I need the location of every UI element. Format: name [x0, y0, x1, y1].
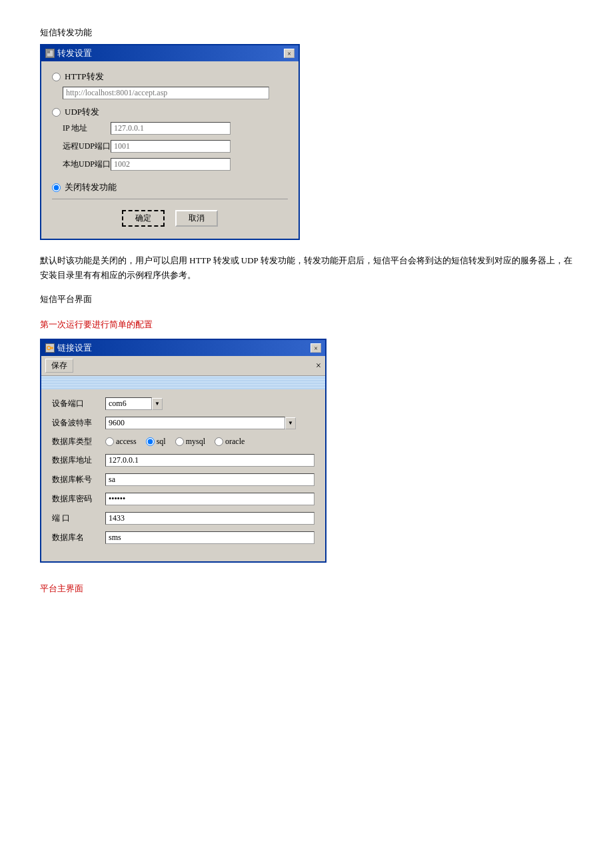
baud-rate-label: 设备波特率 — [52, 417, 105, 429]
section2-title: 短信平台界面 — [40, 293, 573, 305]
db-option-oracle: oracle — [215, 437, 245, 447]
radio-oracle[interactable] — [215, 437, 223, 446]
svg-rect-1 — [47, 51, 50, 53]
db-account-label: 数据库帐号 — [52, 474, 105, 485]
db-type-label: 数据库类型 — [52, 436, 105, 447]
radio-udp-label: UDP转发 — [65, 106, 99, 118]
confirm-button[interactable]: 确定 — [122, 210, 165, 227]
port-row: 端 口 — [52, 512, 314, 525]
db-option-mysql: mysql — [175, 437, 205, 447]
db-password-input[interactable] — [105, 493, 314, 505]
db-name-row: 数据库名 — [52, 531, 314, 544]
radio-close-label: 关闭转发功能 — [65, 181, 117, 193]
platform-main-link[interactable]: 平台主界面 — [40, 583, 83, 593]
local-port-label: 本地UDP端口 — [63, 159, 111, 170]
db-address-row: 数据库地址 — [52, 454, 314, 467]
db-account-input[interactable] — [105, 473, 314, 486]
db-type-options: access sql mysql oracle — [105, 437, 245, 447]
window-connection-settings: 链接设置 × 保存 × 设备端口 com6 ▼ 设备波特率 9600 ▼ 数据 — [40, 339, 326, 563]
save-button[interactable]: 保存 — [45, 359, 73, 373]
remote-port-row: 远程UDP端口 — [63, 140, 288, 153]
db-option-sql: sql — [146, 437, 166, 447]
db-password-row: 数据库密码 — [52, 493, 314, 505]
remote-port-input[interactable] — [111, 140, 231, 153]
radio-access[interactable] — [105, 437, 114, 446]
device-port-value: com6 — [105, 397, 152, 410]
ip-input[interactable] — [111, 122, 231, 135]
baud-rate-dropdown-arrow[interactable]: ▼ — [285, 417, 296, 429]
db-address-input[interactable] — [105, 454, 314, 467]
radio-mysql[interactable] — [175, 437, 184, 446]
window1-close-button[interactable]: × — [284, 49, 295, 58]
window2-icon — [45, 343, 55, 353]
device-port-label: 设备端口 — [52, 398, 105, 409]
radio-udp[interactable] — [52, 108, 61, 117]
window2-toolbar: 保存 × — [41, 356, 325, 376]
label-oracle: oracle — [225, 437, 245, 447]
window2-title: 链接设置 — [57, 342, 92, 354]
radio-http-label: HTTP转发 — [65, 71, 104, 83]
http-forward-row: HTTP转发 — [52, 71, 288, 83]
close-forward-row: 关闭转发功能 — [52, 181, 288, 193]
local-port-row: 本地UDP端口 — [63, 158, 288, 171]
db-name-label: 数据库名 — [52, 532, 105, 543]
ip-row: IP 地址 — [63, 122, 288, 135]
local-port-input[interactable] — [111, 158, 231, 171]
window1-title: 转发设置 — [57, 47, 92, 59]
db-address-label: 数据库地址 — [52, 455, 105, 466]
db-option-access: access — [105, 437, 137, 447]
ip-label: IP 地址 — [63, 123, 111, 134]
db-password-label: 数据库密码 — [52, 493, 105, 505]
remote-port-label: 远程UDP端口 — [63, 141, 111, 152]
window2-titlebar: 链接设置 × — [41, 340, 325, 356]
baud-rate-row: 设备波特率 9600 ▼ — [52, 417, 314, 429]
port-input[interactable] — [105, 512, 314, 525]
device-port-dropdown-arrow[interactable]: ▼ — [152, 398, 163, 410]
port-label: 端 口 — [52, 513, 105, 524]
label-sql: sql — [157, 437, 166, 447]
window1-titlebar: 转发设置 × — [41, 45, 299, 61]
striped-decoration — [41, 376, 325, 389]
window2-close-button[interactable]: × — [310, 343, 321, 353]
first-run-link[interactable]: 第一次运行要进行简单的配置 — [40, 319, 153, 329]
svg-point-2 — [47, 347, 51, 350]
baud-select-wrapper: 9600 ▼ — [105, 417, 296, 429]
radio-close-forward[interactable] — [52, 183, 61, 192]
cancel-button[interactable]: 取消 — [175, 210, 218, 227]
button-row-1: 确定 取消 — [52, 205, 288, 229]
toolbar-close-icon[interactable]: × — [316, 361, 321, 371]
radio-sql[interactable] — [146, 437, 155, 446]
description-text: 默认时该功能是关闭的，用户可以启用 HTTP 转发或 UDP 转发功能，转发功能… — [40, 253, 573, 283]
label-access: access — [116, 437, 137, 447]
label-mysql: mysql — [186, 437, 205, 447]
db-name-input[interactable] — [105, 531, 314, 544]
db-account-row: 数据库帐号 — [52, 473, 314, 486]
baud-rate-value: 9600 — [105, 417, 285, 429]
http-url-input[interactable] — [63, 87, 269, 99]
device-port-row: 设备端口 com6 ▼ — [52, 397, 314, 410]
device-port-select-wrapper: com6 ▼ — [105, 397, 163, 410]
divider1 — [52, 199, 288, 199]
radio-http[interactable] — [52, 73, 61, 81]
window-forward-settings: 转发设置 × HTTP转发 UDP转发 IP 地址 远程UDP端口 本地UDP端… — [40, 44, 300, 240]
window1-icon — [45, 49, 55, 58]
section1-title: 短信转发功能 — [40, 27, 573, 39]
db-type-row: 数据库类型 access sql mysql oracle — [52, 436, 314, 447]
udp-forward-row: UDP转发 — [52, 106, 288, 118]
